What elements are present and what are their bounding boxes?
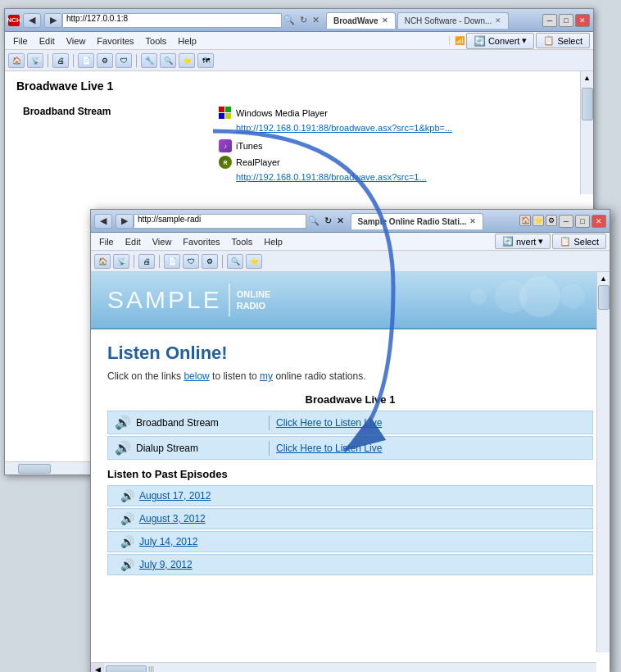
search-toolbar-button[interactable]: 🔍 <box>160 53 176 68</box>
front-scrollbar[interactable]: ▲ <box>596 272 610 652</box>
safety-button[interactable]: 🛡 <box>116 53 132 68</box>
front-stop-icon[interactable]: ✕ <box>335 216 346 226</box>
refresh-icon[interactable]: ↻ <box>298 15 309 25</box>
svg-rect-3 <box>219 113 224 119</box>
back-close-button[interactable]: ✕ <box>575 14 590 27</box>
realplayer-label: RealPlayer <box>236 157 280 167</box>
tab-broadwave-label: BroadWave <box>333 16 378 25</box>
realplayer-url[interactable]: http://192.168.0.191:88/broadwave.asx?sr… <box>236 172 427 182</box>
tab-nch-close[interactable]: ✕ <box>495 16 501 25</box>
search-icon[interactable]: 🔍 <box>282 15 297 25</box>
front-nav-forward[interactable]: ▶ <box>116 214 134 229</box>
front-gear-icon[interactable]: ⚙ <box>546 215 557 226</box>
front-close-button[interactable]: ✕ <box>592 215 606 228</box>
front-safety-btn[interactable]: 🛡 <box>183 254 199 269</box>
map-button[interactable]: 🗺 <box>197 53 214 68</box>
convert-dropdown-icon: ▾ <box>522 35 527 46</box>
back-content-area: Broadwave Live 1 Broadband Stream <box>5 71 593 194</box>
back-nav-forward[interactable]: ▶ <box>44 13 62 28</box>
menu-view[interactable]: View <box>61 34 91 48</box>
episode-link-1[interactable]: August 3, 2012 <box>139 513 206 524</box>
front-page-btn[interactable]: 📄 <box>164 254 180 269</box>
menu-tools[interactable]: Tools <box>141 34 172 48</box>
front-menubar: File Edit View Favorites Tools Help 🔄 nv… <box>91 233 610 251</box>
realplayer-url-cell: http://192.168.0.191:88/broadwave.asx?sr… <box>218 171 575 183</box>
back-maximize-button[interactable]: □ <box>559 14 573 27</box>
station-name: Broadwave Live 1 <box>107 393 593 406</box>
toolbar-sep-2 <box>73 54 74 67</box>
front-menu-edit[interactable]: Edit <box>120 235 146 248</box>
front-home-icon[interactable]: 🏠 <box>519 215 531 226</box>
broadband-listen-link[interactable]: Click Here to Listen Live <box>276 417 382 429</box>
front-browser-window: ◀ ▶ http://sample-radi 🔍 ↻ ✕ Sample Onli… <box>90 209 610 672</box>
my-link[interactable]: my <box>260 370 273 382</box>
front-tools-btn[interactable]: ⚙ <box>202 254 218 269</box>
front-select-button[interactable]: 📋 Select <box>552 234 606 249</box>
page-button[interactable]: 📄 <box>78 53 94 68</box>
print-button[interactable]: 🖨 <box>52 53 69 68</box>
wmp-icon <box>218 106 233 120</box>
front-print-button[interactable]: 🖨 <box>138 254 155 269</box>
front-address-input[interactable]: http://sample-radi <box>134 214 306 229</box>
tab-broadwave-close[interactable]: ✕ <box>382 16 388 25</box>
star-button[interactable]: ⭐ <box>179 53 195 68</box>
front-convert-button[interactable]: 🔄 nvert ▾ <box>495 234 551 249</box>
menu-favorites[interactable]: Favorites <box>92 34 138 48</box>
front-minimize-button[interactable]: ─ <box>559 215 573 228</box>
front-hscrollbar[interactable]: ◀ ||| <box>91 662 596 672</box>
scroll-up-button[interactable]: ▲ <box>581 71 593 84</box>
menu-file[interactable]: File <box>8 34 33 48</box>
back-minimize-button[interactable]: ─ <box>542 14 557 27</box>
select-button[interactable]: 📋 Select <box>536 33 590 48</box>
front-hscroll-thumb[interactable] <box>106 665 147 673</box>
stop-icon[interactable]: ✕ <box>310 15 321 25</box>
dialup-listen-link[interactable]: Click Here to Listen Live <box>276 443 382 454</box>
convert-icon: 🔄 <box>474 35 486 47</box>
tab-broadwave[interactable]: BroadWave ✕ <box>326 12 396 29</box>
tools-button[interactable]: ⚙ <box>97 53 113 68</box>
front-star-icon[interactable]: ⭐ <box>533 215 544 226</box>
home-button[interactable]: 🏠 <box>8 53 25 68</box>
front-home-button[interactable]: 🏠 <box>94 254 111 269</box>
broadband-label: 🔊 Broadband Stream <box>115 415 262 430</box>
front-menu-help[interactable]: Help <box>259 235 288 248</box>
front-scroll-thumb[interactable] <box>598 285 610 310</box>
select-icon: 📋 <box>543 35 555 46</box>
front-rss-button[interactable]: 📡 <box>113 254 129 269</box>
front-toolbar-sep <box>134 255 134 268</box>
convert-button[interactable]: 🔄 Convert ▾ <box>466 33 535 49</box>
front-scroll-up[interactable]: ▲ <box>597 272 610 285</box>
back-scrollbar[interactable]: ▲ <box>580 71 593 194</box>
front-menu-file[interactable]: File <box>94 235 119 248</box>
episode-link-3[interactable]: July 9, 2012 <box>139 559 193 570</box>
back-nav-back[interactable]: ◀ <box>23 13 41 28</box>
tab-radio[interactable]: Sample Online Radio Stati... ✕ <box>351 213 484 229</box>
episode-link-0[interactable]: August 17, 2012 <box>139 490 211 502</box>
front-fav-btn[interactable]: ⭐ <box>246 254 262 269</box>
back-address-input[interactable]: http://127.0.0.1:8 <box>62 13 282 28</box>
front-refresh-icon[interactable]: ↻ <box>323 216 333 226</box>
front-search-icon[interactable]: 🔍 <box>306 216 321 226</box>
front-nav-back[interactable]: ◀ <box>94 214 112 229</box>
episode-link-2[interactable]: July 14, 2012 <box>139 536 197 547</box>
dialup-stream-row: 🔊 Dialup Stream Click Here to Listen Liv… <box>107 436 593 460</box>
broadband-stream-row: 🔊 Broadband Stream Click Here to Listen … <box>107 411 593 434</box>
below-link[interactable]: below <box>184 370 209 382</box>
compat-button[interactable]: 🔧 <box>141 53 157 68</box>
front-menu-view[interactable]: View <box>147 235 177 248</box>
front-menu-tools[interactable]: Tools <box>227 235 258 248</box>
front-hscroll-left[interactable]: ◀ <box>91 663 104 672</box>
menu-help[interactable]: Help <box>173 34 202 48</box>
front-titlebar-left: ◀ ▶ <box>94 214 134 229</box>
hscroll-thumb[interactable] <box>18 464 51 474</box>
scroll-thumb[interactable] <box>582 88 593 120</box>
front-maximize-button[interactable]: □ <box>575 215 590 228</box>
tab-radio-close[interactable]: ✕ <box>469 217 476 225</box>
tab-nch[interactable]: NCH Software - Down... ✕ <box>397 12 510 29</box>
rss-button[interactable]: 📡 <box>27 53 43 68</box>
front-search-btn[interactable]: 🔍 <box>227 254 243 269</box>
front-tabs: Sample Online Radio Stati... ✕ <box>351 213 515 229</box>
menu-edit[interactable]: Edit <box>34 34 60 48</box>
front-menu-favorites[interactable]: Favorites <box>178 235 224 248</box>
wmp-url[interactable]: http://192.168.0.191:88/broadwave.asx?sr… <box>236 123 452 133</box>
